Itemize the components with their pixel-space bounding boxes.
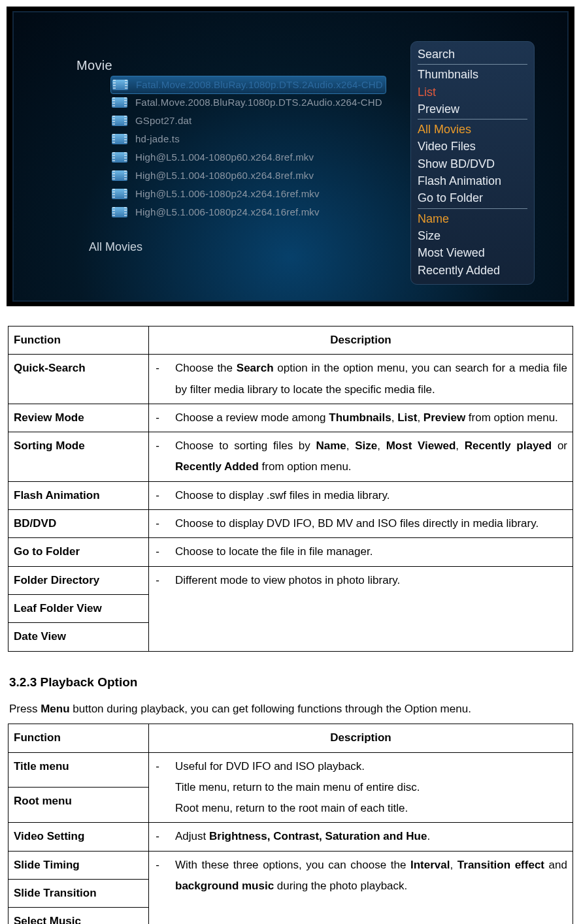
file-row[interactable]: Fatal.Move.2008.BluRay.1080p.DTS.2Audio.… (112, 93, 384, 112)
function-cell: Slide Timing (8, 851, 149, 879)
table-row: Slide Timing-With these three options, y… (8, 851, 573, 879)
description-cell: -Adjust Brightness, Contrast, Saturation… (149, 823, 573, 851)
film-icon (112, 116, 127, 126)
menu-separator (418, 208, 527, 209)
section-heading: 3.2.3 Playback Option (9, 673, 573, 692)
film-icon (112, 170, 127, 181)
option-menu-item[interactable]: Search (418, 46, 527, 63)
description-cell: -Useful for DVD IFO and ISO playback.Tit… (149, 752, 573, 823)
function-cell: Sorting Mode (8, 432, 149, 482)
film-icon (112, 134, 127, 144)
option-menu-item[interactable]: Name (418, 210, 527, 227)
table-row: Video Setting-Adjust Brightness, Contras… (8, 823, 573, 851)
table-header-function: Function (8, 724, 149, 752)
file-name: High@L5.1.006-1080p24.x264.16ref.mkv (135, 204, 320, 220)
option-menu-item[interactable]: Flash Animation (418, 172, 527, 189)
description-cell: -Choose to sorting files by Name, Size, … (149, 432, 573, 482)
function-cell: Folder Directory (8, 566, 149, 594)
film-icon (112, 189, 127, 199)
film-icon (112, 152, 127, 163)
film-icon (112, 80, 128, 90)
filter-status-label: All Movies (89, 238, 142, 257)
file-row[interactable]: Fatal.Move.2008.BluRay.1080p.DTS.2Audio.… (110, 76, 386, 94)
function-cell: Select Music (8, 908, 149, 924)
film-icon (112, 97, 127, 108)
movie-file-list: Fatal.Move.2008.BluRay.1080p.DTS.2Audio.… (112, 76, 384, 221)
file-row[interactable]: High@L5.1.006-1080p24.x264.16ref.mkv (112, 185, 384, 203)
file-name: High@L5.1.006-1080p24.x264.16ref.mkv (135, 186, 320, 202)
function-cell: Flash Animation (8, 481, 149, 509)
table-header-description: Description (149, 327, 573, 355)
file-row[interactable]: High@L5.1.004-1080p60.x264.8ref.mkv (112, 167, 384, 185)
table-header-description: Description (149, 724, 573, 752)
file-name: High@L5.1.004-1080p60.x264.8ref.mkv (135, 150, 314, 165)
option-menu[interactable]: SearchThumbnailsListPreviewAll MoviesVid… (410, 41, 535, 285)
file-row[interactable]: High@L5.1.006-1080p24.x264.16ref.mkv (112, 203, 384, 221)
function-cell: Video Setting (8, 823, 149, 851)
file-name: High@L5.1.004-1080p60.x264.8ref.mkv (135, 168, 314, 183)
table-row: Quick-Search-Choose the Search option in… (8, 355, 573, 404)
description-cell: -Choose the Search option in the option … (149, 355, 573, 404)
function-cell: Root menu (8, 788, 149, 823)
function-cell: Slide Transition (8, 880, 149, 908)
option-menu-item[interactable]: Thumbnails (418, 66, 527, 83)
function-cell: Quick-Search (8, 355, 149, 404)
file-name: Fatal.Move.2008.BluRay.1080p.DTS.2Audio.… (135, 95, 382, 110)
function-cell: Date View (8, 623, 149, 651)
description-cell: -Choose a review mode among Thumbnails, … (149, 404, 573, 432)
file-row[interactable]: High@L5.1.004-1080p60.x264.8ref.mkv (112, 148, 384, 167)
description-cell: -Choose to display .swf files in media l… (149, 481, 573, 509)
table-row: Flash Animation-Choose to display .swf f… (8, 481, 573, 509)
film-icon (112, 207, 127, 217)
function-cell: Go to Folder (8, 538, 149, 566)
option-menu-functions-table: Function Description Quick-Search-Choose… (8, 326, 573, 652)
function-cell: Leaf Folder View (8, 594, 149, 622)
table-row: Folder Directory-Different mode to view … (8, 566, 573, 594)
table-row: BD/DVD-Choose to display DVD IFO, BD MV … (8, 510, 573, 538)
menu-separator (418, 119, 527, 119)
function-cell: Title menu (8, 752, 149, 788)
file-row[interactable]: GSpot27.dat (112, 112, 384, 130)
description-cell: -Choose to locate the file in file manag… (149, 538, 573, 566)
option-menu-item[interactable]: Size (418, 227, 527, 244)
option-menu-item[interactable]: Most Viewed (418, 244, 527, 261)
description-cell: -Choose to display DVD IFO, BD MV and IS… (149, 510, 573, 538)
section-intro: Press Menu button during playback, you c… (9, 699, 573, 720)
file-name: GSpot27.dat (135, 113, 191, 129)
option-menu-item[interactable]: Show BD/DVD (418, 155, 527, 172)
option-menu-item[interactable]: List (418, 84, 527, 101)
function-cell: Review Mode (8, 404, 149, 432)
file-name: hd-jade.ts (135, 131, 180, 147)
media-player-ui: Movie Fatal.Move.2008.BluRay.1080p.DTS.2… (12, 11, 569, 302)
table-header-function: Function (8, 327, 149, 355)
menu-separator (418, 64, 527, 65)
table-row: Go to Folder-Choose to locate the file i… (8, 538, 573, 566)
table-row: Sorting Mode-Choose to sorting files by … (8, 432, 573, 482)
option-menu-item[interactable]: Go to Folder (418, 189, 527, 206)
playback-option-table: Function Description Title menu-Useful f… (8, 724, 573, 924)
function-cell: BD/DVD (8, 510, 149, 538)
file-row[interactable]: hd-jade.ts (112, 130, 384, 148)
option-menu-item[interactable]: All Movies (418, 121, 527, 138)
table-row: Review Mode-Choose a review mode among T… (8, 404, 573, 432)
option-menu-item[interactable]: Preview (418, 101, 527, 118)
screenshot-frame: Movie Fatal.Move.2008.BluRay.1080p.DTS.2… (7, 7, 574, 306)
option-menu-item[interactable]: Video Files (418, 138, 527, 155)
description-cell: -Different mode to view photos in photo … (149, 566, 573, 651)
table-row: Title menu-Useful for DVD IFO and ISO pl… (8, 752, 573, 788)
section-title: Movie (76, 55, 112, 76)
option-menu-item[interactable]: Recently Added (418, 262, 527, 279)
file-name: Fatal.Move.2008.BluRay.1080p.DTS.2Audio.… (136, 77, 383, 93)
description-cell: -With these three options, you can choos… (149, 851, 573, 924)
